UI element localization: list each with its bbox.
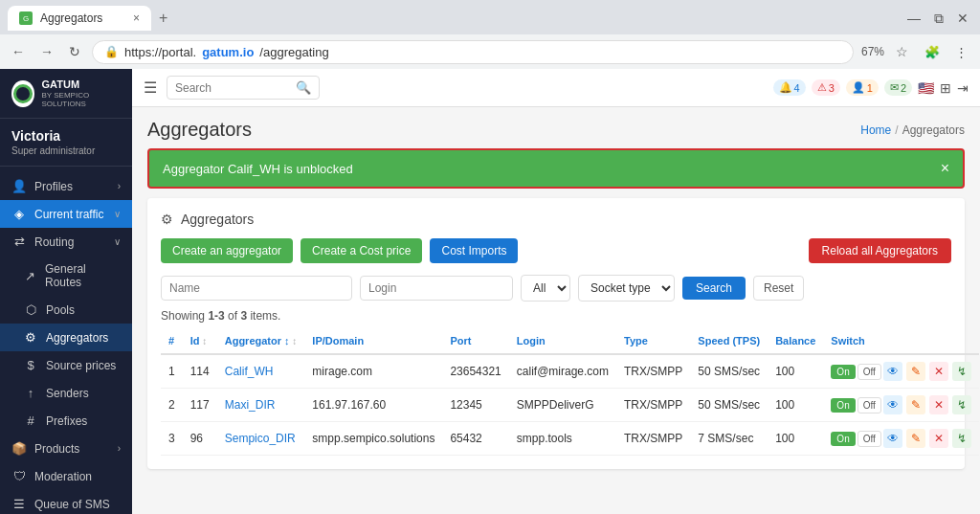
current-traffic-icon: ◈ xyxy=(11,207,27,221)
more-icon[interactable]: ↯ xyxy=(952,429,971,448)
sidebar-item-queue-sms[interactable]: ☰ Queue of SMS xyxy=(0,490,132,514)
create-cost-price-button[interactable]: Create a Cost price xyxy=(301,238,422,263)
switch-off-button[interactable]: Off xyxy=(858,364,881,380)
view-icon[interactable]: 👁 xyxy=(883,429,902,448)
sidebar-menu: 👤 Profiles › ◈ Current traffic ∨ ⇄ Routi… xyxy=(0,167,132,514)
search-button[interactable]: Search xyxy=(682,277,746,300)
sidebar-item-senders[interactable]: ↑ Senders xyxy=(0,379,132,407)
edit-icon[interactable]: ✎ xyxy=(906,362,925,381)
table-header: # Id Aggregator ↕ IP/Domain Port Login T… xyxy=(161,328,979,354)
cell-aggregator: Calif_WH xyxy=(217,354,305,389)
switch-on-button[interactable]: On xyxy=(831,432,855,446)
edit-icon[interactable]: ✎ xyxy=(906,395,925,414)
breadcrumb-home[interactable]: Home xyxy=(860,123,891,137)
edit-icon[interactable]: ✎ xyxy=(906,429,925,448)
action-icons: 👁 ✎ ✕ ↯ xyxy=(883,362,971,381)
switch-off-button[interactable]: Off xyxy=(858,431,881,447)
sidebar-item-moderation[interactable]: 🛡 Moderation xyxy=(0,462,132,490)
tab-favicon: G xyxy=(19,11,33,25)
showing-text: Showing xyxy=(161,309,208,323)
delete-icon[interactable]: ✕ xyxy=(929,429,948,448)
page-title: Aggregators xyxy=(147,119,252,141)
cost-imports-button[interactable]: Cost Imports xyxy=(430,238,518,263)
badge-red[interactable]: ⚠ 3 xyxy=(812,79,840,96)
table-row: 3 96 Sempico_DIR smpp.sempico.solutions … xyxy=(161,422,979,456)
switch-on-button[interactable]: On xyxy=(831,398,855,413)
switch-off-button[interactable]: Off xyxy=(858,397,881,413)
sidebar-item-profiles[interactable]: 👤 Profiles › xyxy=(0,172,132,200)
active-tab[interactable]: G Aggregators × xyxy=(8,6,151,31)
close-window-button[interactable]: ✕ xyxy=(953,9,972,29)
sidebar-item-source-prices[interactable]: $ Source prices xyxy=(0,351,132,379)
cell-switch: On Off 👁 ✎ ✕ ↯ xyxy=(823,354,979,389)
badge-green[interactable]: ✉ 2 xyxy=(884,79,912,96)
bookmark-button[interactable]: ☆ xyxy=(892,42,912,61)
new-tab-button[interactable]: + xyxy=(159,10,167,27)
card-icon: ⚙ xyxy=(161,212,173,227)
breadcrumb-separator: / xyxy=(895,123,898,137)
main-content: ☰ 🔍 🔔 4 ⚠ 3 👤 1 ✉ xyxy=(132,69,980,514)
socket-type-select[interactable]: Socket type xyxy=(578,275,675,302)
name-filter-input[interactable] xyxy=(161,276,352,301)
cell-speed: 7 SMS/sec xyxy=(690,422,768,456)
aggregator-link[interactable]: Calif_WH xyxy=(225,365,274,378)
sidebar-item-current-traffic[interactable]: ◈ Current traffic ∨ xyxy=(0,200,132,228)
alert-close-button[interactable]: × xyxy=(941,160,949,177)
sidebar-item-label: Pools xyxy=(46,303,75,317)
col-aggregator[interactable]: Aggregator ↕ xyxy=(217,328,305,354)
back-button[interactable]: ← xyxy=(8,42,29,61)
logout-icon[interactable]: ⇥ xyxy=(957,80,969,96)
aggregator-link[interactable]: Sempico_DIR xyxy=(225,432,296,445)
sidebar-item-prefixes[interactable]: # Prefixes xyxy=(0,407,132,435)
source-prices-icon: $ xyxy=(23,358,38,372)
delete-icon[interactable]: ✕ xyxy=(929,362,948,381)
cell-ip-domain: 161.97.167.60 xyxy=(304,389,442,422)
sidebar-item-label: General Routes xyxy=(45,262,121,289)
user-role: Super administrator xyxy=(11,145,121,156)
switch-group: On Off 👁 ✎ ✕ ↯ xyxy=(831,429,971,448)
flag-icon[interactable]: 🇺🇸 xyxy=(918,80,934,96)
all-filter-select[interactable]: All xyxy=(521,275,570,302)
badge-orange[interactable]: 👤 1 xyxy=(846,79,879,96)
extensions-button[interactable]: 🧩 xyxy=(920,43,945,61)
sidebar-item-pools[interactable]: ⬡ Pools xyxy=(0,296,132,324)
moderation-icon: 🛡 xyxy=(11,469,27,483)
login-filter-input[interactable] xyxy=(360,276,513,301)
sidebar-item-routing[interactable]: ⇄ Routing ∨ xyxy=(0,228,132,256)
grid-icon[interactable]: ⊞ xyxy=(940,80,951,96)
view-icon[interactable]: 👁 xyxy=(883,395,902,414)
hamburger-button[interactable]: ☰ xyxy=(144,78,157,97)
address-bar[interactable]: 🔒 https://portal.gatum.io/aggregating xyxy=(92,40,854,64)
reload-button[interactable]: ↻ xyxy=(65,42,84,61)
search-input[interactable] xyxy=(175,81,290,95)
browser-tab-bar: G Aggregators × + — ⧉ ✕ xyxy=(0,0,980,34)
view-icon[interactable]: 👁 xyxy=(883,362,902,381)
aggregator-link[interactable]: Maxi_DIR xyxy=(225,398,276,412)
forward-button[interactable]: → xyxy=(36,42,57,61)
cell-num: 2 xyxy=(161,389,183,422)
create-aggregator-button[interactable]: Create an aggregator xyxy=(161,238,293,263)
sidebar-item-products[interactable]: 📦 Products › xyxy=(0,435,132,462)
delete-icon[interactable]: ✕ xyxy=(929,395,948,414)
menu-button[interactable]: ⋮ xyxy=(950,43,972,61)
products-icon: 📦 xyxy=(11,441,27,456)
sidebar-item-aggregators[interactable]: ⚙ Aggregators xyxy=(0,324,132,351)
col-id[interactable]: Id xyxy=(183,328,217,354)
cell-aggregator: Sempico_DIR xyxy=(217,422,305,456)
zoom-level: 67% xyxy=(861,45,884,58)
more-icon[interactable]: ↯ xyxy=(952,395,971,414)
col-type: Type xyxy=(616,328,690,354)
restore-button[interactable]: ⧉ xyxy=(930,9,947,29)
reset-button[interactable]: Reset xyxy=(753,276,804,301)
badge-blue[interactable]: 🔔 4 xyxy=(773,79,806,96)
more-icon[interactable]: ↯ xyxy=(952,362,971,381)
browser-nav-bar: ← → ↻ 🔒 https://portal.gatum.io/aggregat… xyxy=(0,34,980,69)
logo-icon xyxy=(11,80,34,107)
switch-on-button[interactable]: On xyxy=(831,365,855,379)
cell-speed: 50 SMS/sec xyxy=(690,354,768,389)
general-routes-icon: ↗ xyxy=(23,269,37,283)
tab-close-button[interactable]: × xyxy=(133,11,140,25)
sidebar-item-general-routes[interactable]: ↗ General Routes xyxy=(0,256,132,296)
minimize-button[interactable]: — xyxy=(903,9,924,29)
reload-all-button[interactable]: Reload all Aggregators xyxy=(809,238,951,263)
